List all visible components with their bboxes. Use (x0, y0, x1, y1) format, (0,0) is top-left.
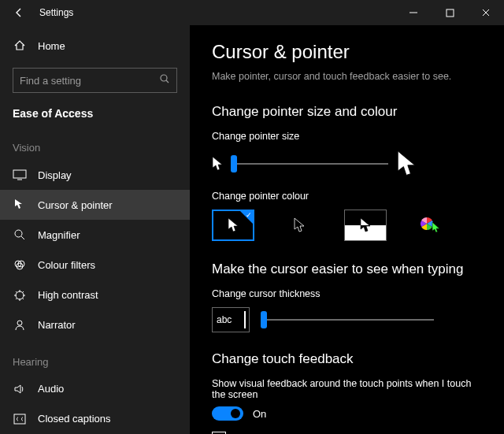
sidebar-item-narrator[interactable]: Narrator (0, 310, 190, 340)
main-content: Cursor & pointer Make pointer, cursor an… (190, 25, 504, 434)
pointer-min-icon (212, 156, 223, 172)
sidebar-home-label: Home (38, 40, 65, 52)
pointer-colour-inverted[interactable] (344, 210, 387, 241)
sidebar: Home Ease of Access Vision Display Curso… (0, 25, 190, 434)
pointer-colour-black[interactable] (278, 210, 321, 241)
colour-filters-icon (13, 258, 27, 272)
sidebar-item-colour-filters[interactable]: Colour filters (0, 250, 190, 280)
sidebar-item-label: Narrator (38, 319, 76, 331)
narrator-icon (13, 318, 27, 332)
sidebar-item-display[interactable]: Display (0, 160, 190, 190)
cursor-thickness-slider[interactable] (261, 310, 434, 329)
closed-captions-icon (13, 412, 27, 426)
section-touch-feedback: Change touch feedback (212, 351, 482, 367)
touch-feedback-toggle[interactable] (212, 406, 243, 421)
pointer-size-label: Change pointer size (212, 131, 482, 142)
section-size-colour: Change pointer size and colour (212, 104, 482, 120)
high-contrast-icon (13, 288, 27, 302)
cursor-thickness-preview: abc (212, 307, 250, 332)
back-button[interactable] (0, 7, 38, 18)
home-icon (13, 39, 27, 53)
svg-point-3 (15, 230, 22, 237)
sidebar-item-label: Magnifier (38, 229, 80, 241)
cursor-pointer-icon (13, 198, 27, 212)
sidebar-item-label: Display (38, 169, 72, 181)
section-cursor-typing: Make the cursor easier to see when typin… (212, 262, 482, 277)
maximize-button[interactable] (432, 0, 468, 25)
sidebar-group-vision: Vision (0, 126, 190, 160)
display-icon (13, 168, 27, 182)
search-input-wrap[interactable] (13, 68, 177, 93)
sidebar-item-label: High contrast (38, 289, 98, 301)
page-subtitle: Make pointer, cursor and touch feedback … (212, 71, 482, 82)
toggle-state-label: On (253, 408, 266, 420)
sidebar-item-high-contrast[interactable]: High contrast (0, 280, 190, 310)
audio-icon (13, 382, 27, 396)
sidebar-item-label: Closed captions (38, 413, 111, 425)
sidebar-group-hearing: Hearing (0, 340, 190, 374)
sidebar-section-title: Ease of Access (0, 93, 190, 126)
sidebar-item-label: Colour filters (38, 259, 95, 271)
sidebar-item-cursor-pointer[interactable]: Cursor & pointer (0, 190, 190, 220)
touch-toggle-desc: Show visual feedback around the touch po… (212, 378, 482, 400)
magnifier-icon (13, 228, 27, 242)
pointer-size-slider[interactable] (231, 154, 388, 173)
svg-point-1 (161, 75, 167, 81)
thickness-preview-text: abc (217, 314, 232, 325)
sidebar-item-magnifier[interactable]: Magnifier (0, 220, 190, 250)
page-title: Cursor & pointer (212, 41, 482, 63)
search-icon (159, 73, 170, 87)
svg-rect-0 (447, 9, 454, 17)
sidebar-item-audio[interactable]: Audio (0, 374, 190, 404)
minimize-button[interactable] (395, 0, 432, 25)
sidebar-item-label: Audio (38, 383, 64, 395)
svg-rect-2 (13, 170, 26, 178)
search-input[interactable] (20, 75, 159, 87)
svg-rect-9 (14, 414, 25, 424)
pointer-colour-label: Change pointer colour (212, 191, 482, 202)
pointer-colour-custom[interactable] (410, 210, 453, 241)
cursor-thickness-label: Change cursor thickness (212, 288, 482, 299)
sidebar-item-label: Cursor & pointer (38, 199, 113, 211)
sidebar-home[interactable]: Home (13, 32, 177, 60)
window-title: Settings (39, 7, 73, 18)
pointer-max-icon (396, 150, 417, 178)
sidebar-item-closed-captions[interactable]: Closed captions (0, 404, 190, 434)
svg-point-8 (17, 321, 22, 325)
close-button[interactable] (468, 0, 504, 25)
pointer-colour-white[interactable] (212, 210, 254, 241)
